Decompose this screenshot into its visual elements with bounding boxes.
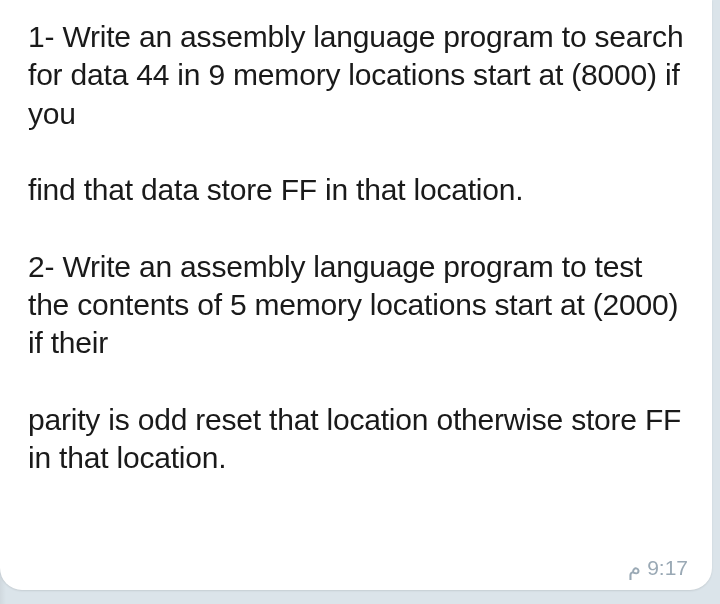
question-2-part-a: 2- Write an assembly language program to…	[28, 248, 684, 363]
message-timestamp: 9:17 م	[628, 556, 688, 580]
message-bubble: 1- Write an assembly language program to…	[0, 0, 712, 590]
spacer	[28, 363, 684, 401]
spacer	[28, 210, 684, 248]
question-1-part-a: 1- Write an assembly language program to…	[28, 18, 684, 133]
spacer	[28, 133, 684, 171]
question-2-part-b: parity is odd reset that location otherw…	[28, 401, 684, 478]
question-1-part-b: find that data store FF in that location…	[28, 171, 684, 209]
